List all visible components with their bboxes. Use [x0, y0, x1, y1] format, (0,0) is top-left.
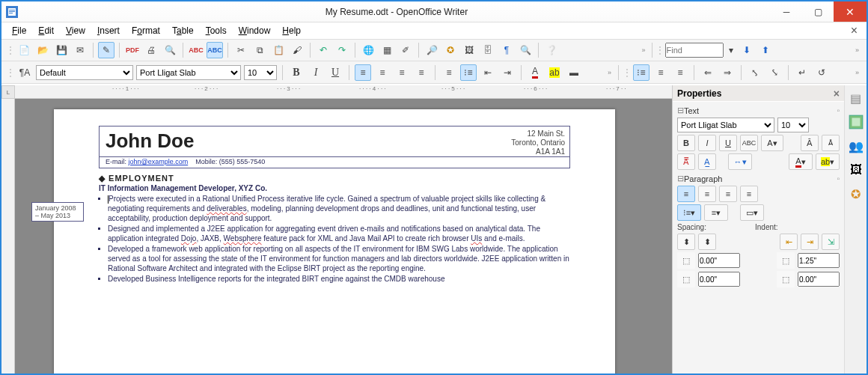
sidebar-super-button[interactable]: A̿: [677, 153, 695, 170]
sidebar-bold-button[interactable]: B: [677, 135, 695, 151]
preview-button[interactable]: 🔍: [162, 42, 178, 58]
toolbar-grip[interactable]: ⋮: [7, 42, 13, 58]
autospell-button[interactable]: ABC: [207, 42, 223, 58]
date-frame[interactable]: January 2008 – May 2013: [31, 202, 84, 222]
find-dropdown[interactable]: ▾: [726, 42, 736, 58]
demote-button[interactable]: ⇒: [719, 64, 736, 81]
toolbar-overflow[interactable]: »: [640, 46, 647, 54]
find-prev-button[interactable]: ⬆: [757, 42, 774, 58]
background-button[interactable]: ▬: [566, 64, 582, 81]
document-area[interactable]: L · · · · 1 · · · · · · 2 · · · · · · 3 …: [1, 85, 672, 374]
restart-numbering-button[interactable]: ↺: [813, 64, 830, 81]
sidebar-fontcolor-button[interactable]: A▾: [789, 153, 813, 170]
save-button[interactable]: 💾: [53, 42, 70, 58]
list-bullets-button[interactable]: ⁝≡: [633, 64, 650, 81]
sidebar-align-left[interactable]: ≡: [677, 186, 695, 202]
styles-tab-icon[interactable]: 👥: [848, 138, 864, 154]
list-grip[interactable]: ⋮: [624, 64, 630, 81]
space-inc-button[interactable]: ⬍: [677, 234, 695, 250]
underline-button[interactable]: U: [327, 64, 343, 81]
sidebar-align-justify[interactable]: ≡: [740, 186, 758, 202]
close-panel-button[interactable]: ×: [834, 88, 840, 100]
gallery-tab-icon[interactable]: 🖼: [848, 162, 864, 178]
vertical-ruler[interactable]: [1, 99, 15, 374]
space-below-field[interactable]: [698, 272, 740, 287]
sidebar-underline-button[interactable]: U: [719, 135, 737, 151]
format-paintbrush-button[interactable]: 🖌: [289, 42, 305, 58]
close-button[interactable]: ✕: [834, 1, 867, 22]
open-button[interactable]: 📂: [34, 42, 51, 58]
navigator-tab-icon[interactable]: ✪: [848, 186, 864, 202]
sidebar-strike-button[interactable]: ABC: [740, 135, 758, 151]
print-button[interactable]: 🖨: [143, 42, 159, 58]
menu-table[interactable]: Table: [168, 24, 198, 37]
nonprinting-button[interactable]: ¶: [498, 42, 515, 58]
format-grip[interactable]: ⋮: [7, 64, 13, 81]
hanging-indent-button[interactable]: ⇲: [822, 234, 840, 250]
menu-insert[interactable]: Insert: [93, 24, 124, 37]
move-down-with-sub-button[interactable]: ⤥: [766, 64, 783, 81]
sidebar-numbering-btn[interactable]: ≡▾: [704, 204, 728, 221]
copy-button[interactable]: ⧉: [251, 42, 268, 58]
font-color-button[interactable]: A: [527, 64, 543, 81]
sidebar-highlight-button[interactable]: ab▾: [816, 153, 840, 170]
show-draw-button[interactable]: ✐: [397, 42, 414, 58]
sidebar-bgcolor-btn[interactable]: ▭▾: [740, 204, 764, 221]
paste-button[interactable]: 📋: [270, 42, 287, 58]
insert-unnumbered-button[interactable]: ↵: [794, 64, 810, 81]
paragraph-section-header[interactable]: Paragraph▫: [677, 174, 840, 183]
new-doc-button[interactable]: 📄: [16, 42, 32, 58]
email-button[interactable]: ✉: [72, 42, 88, 58]
menu-tools[interactable]: Tools: [201, 24, 231, 37]
navigator-button[interactable]: ✪: [442, 42, 459, 58]
align-justify-button[interactable]: ≡: [413, 64, 430, 81]
highlight-button[interactable]: ab: [546, 64, 563, 81]
format-overflow[interactable]: »: [606, 69, 613, 76]
align-left-button[interactable]: ≡: [355, 64, 371, 81]
edit-mode-button[interactable]: ✎: [98, 42, 114, 58]
find-next-button[interactable]: ⬇: [739, 42, 755, 58]
sidebar-align-right[interactable]: ≡: [719, 186, 737, 202]
increase-indent-button[interactable]: ⇥: [499, 64, 516, 81]
indent-inc-button[interactable]: ⇥: [801, 234, 819, 250]
indent-right-field[interactable]: [798, 272, 840, 287]
datasources-button[interactable]: 🗄: [480, 42, 496, 58]
minimize-button[interactable]: ─: [771, 1, 802, 22]
font-name-combo[interactable]: Port Lligat Slab: [136, 65, 241, 80]
header-frame[interactable]: John Doe 12 Main St. Toronto, Ontario A1…: [99, 126, 570, 168]
sidebar-size-combo[interactable]: 10: [777, 118, 809, 132]
zoom-button[interactable]: 🔍: [517, 42, 534, 58]
gallery-button[interactable]: 🖼: [461, 42, 477, 58]
numbering-button[interactable]: ≡: [441, 64, 457, 81]
sidebar-font-combo[interactable]: Port Lligat Slab: [677, 118, 774, 132]
font-size-combo[interactable]: 10: [244, 65, 277, 80]
spellcheck-button[interactable]: ABC: [188, 42, 204, 58]
space-dec-button[interactable]: ⬍: [698, 234, 716, 250]
find-input[interactable]: [665, 43, 724, 58]
styles-button[interactable]: ¶A: [16, 64, 33, 81]
sidebar-align-center[interactable]: ≡: [698, 186, 716, 202]
undo-button[interactable]: ↶: [315, 42, 331, 58]
sidebar-grow-button[interactable]: Ȃ: [801, 135, 819, 151]
sidebar-spacing-button[interactable]: ↔▾: [728, 153, 752, 170]
menu-edit[interactable]: Edit: [34, 24, 58, 37]
indent-dec-button[interactable]: ⇤: [780, 234, 798, 250]
space-above-field[interactable]: [698, 253, 740, 268]
menu-help[interactable]: Help: [278, 24, 305, 37]
menu-format[interactable]: Format: [127, 24, 165, 37]
menu-view[interactable]: View: [61, 24, 90, 37]
find-replace-button[interactable]: 🔎: [424, 42, 440, 58]
cut-button[interactable]: ✂: [233, 42, 249, 58]
sidebar-shrink-button[interactable]: Ȃ: [822, 135, 840, 151]
sidebar-tab-handle[interactable]: ▤: [848, 90, 864, 106]
close-document-button[interactable]: ×: [846, 22, 862, 39]
menu-window[interactable]: Window: [234, 24, 275, 37]
properties-tab-icon[interactable]: [848, 114, 864, 130]
redo-button[interactable]: ↷: [334, 42, 350, 58]
find-grip[interactable]: ⋮: [657, 42, 663, 58]
sidebar-shadow-button[interactable]: A▾: [761, 135, 783, 151]
email-link[interactable]: john@example.com: [129, 158, 189, 165]
sidebar-italic-button[interactable]: I: [698, 135, 716, 151]
hyperlink-button[interactable]: 🌐: [360, 42, 376, 58]
italic-button[interactable]: I: [308, 64, 324, 81]
